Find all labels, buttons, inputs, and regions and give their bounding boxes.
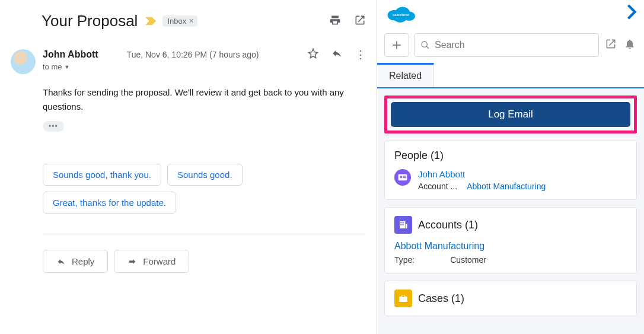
smart-reply-2[interactable]: Great, thanks for the update.	[43, 192, 176, 214]
salesforce-tabs: Related	[377, 63, 644, 88]
print-icon[interactable]	[329, 14, 341, 28]
show-trimmed-button[interactable]: •••	[43, 121, 64, 132]
notifications-icon[interactable]	[623, 38, 637, 52]
message-date: Tue, Nov 6, 10:26 PM (7 hours ago)	[127, 50, 259, 59]
account-type-label: Type:	[394, 255, 415, 265]
popout-icon[interactable]	[604, 38, 618, 52]
account-name-link[interactable]: Abbott Manufacturing	[394, 241, 627, 252]
people-row[interactable]: John Abbott Account ... Abbott Manufactu…	[394, 169, 627, 191]
svg-point-5	[422, 42, 427, 47]
message-text: Thanks for sending the proposal. We'll r…	[43, 85, 366, 114]
star-icon[interactable]	[308, 48, 318, 61]
people-account-link[interactable]: Abbott Manufacturing	[467, 182, 546, 191]
account-type-value: Customer	[450, 255, 486, 265]
forward-button[interactable]: Forward	[114, 250, 189, 273]
sender-name: John Abbott	[43, 49, 98, 60]
sender-line: John Abbott Tue, Nov 6, 10:26 PM (7 hour…	[43, 48, 366, 61]
message-actions: ⋮	[308, 48, 366, 61]
accounts-card-title: Accounts (1)	[418, 219, 478, 231]
tab-related[interactable]: Related	[377, 63, 434, 87]
svg-rect-13	[400, 224, 401, 225]
reply-button[interactable]: Reply	[43, 250, 108, 273]
accounts-card: Accounts (1) Abbott Manufacturing Type: …	[384, 207, 637, 273]
more-menu-icon[interactable]: ⋮	[355, 52, 366, 58]
svg-rect-18	[402, 295, 404, 297]
importance-marker-icon[interactable]	[145, 17, 157, 26]
people-subline: Account ... Abbott Manufacturing	[418, 182, 546, 191]
svg-point-7	[400, 176, 402, 178]
svg-rect-8	[403, 176, 406, 176]
log-email-highlight: Log Email	[384, 96, 637, 133]
email-subject: Your Proposal	[42, 12, 138, 30]
cases-card: Cases (1)	[384, 281, 637, 316]
account-icon	[394, 216, 412, 234]
recipient-text: to me	[43, 62, 62, 71]
open-in-new-icon[interactable]	[354, 14, 366, 28]
recipient-expand-icon[interactable]: ▼	[65, 64, 70, 70]
svg-rect-14	[403, 224, 404, 225]
reply-buttons-row: Reply Forward	[43, 250, 366, 273]
svg-text:salesforce: salesforce	[393, 12, 410, 17]
message-row: John Abbott Tue, Nov 6, 10:26 PM (7 hour…	[11, 48, 366, 273]
subject-row: Your Proposal Inbox ✕	[11, 12, 366, 30]
inbox-label-chip[interactable]: Inbox ✕	[162, 15, 197, 27]
salesforce-logo-icon: salesforce	[384, 4, 417, 24]
search-input[interactable]	[435, 40, 592, 50]
contact-icon	[394, 169, 411, 186]
people-info: John Abbott Account ... Abbott Manufactu…	[418, 169, 546, 191]
reply-arrow-icon	[56, 257, 66, 266]
people-name-link[interactable]: John Abbott	[418, 169, 546, 179]
search-icon	[420, 40, 430, 50]
sender-avatar[interactable]	[11, 49, 36, 74]
salesforce-header: salesforce	[377, 0, 644, 33]
log-email-button[interactable]: Log Email	[391, 102, 630, 127]
email-pane: Your Proposal Inbox ✕ John Abbott Tue, N…	[0, 0, 377, 334]
svg-rect-15	[406, 224, 407, 228]
inbox-chip-text: Inbox	[167, 17, 186, 26]
svg-rect-12	[403, 222, 404, 223]
plus-icon	[391, 40, 402, 50]
account-type-row: Type: Customer	[394, 255, 627, 265]
salesforce-panel: salesforce Related Log Email People (1)	[377, 0, 644, 334]
people-field-label: Account ...	[418, 182, 457, 191]
reply-button-label: Reply	[72, 256, 94, 266]
smart-reply-1[interactable]: Sounds good.	[167, 164, 243, 186]
collapse-panel-icon[interactable]	[626, 4, 637, 24]
smart-replies: Sounds good, thank you. Sounds good. Gre…	[43, 164, 366, 214]
cases-card-title: Cases (1)	[418, 292, 464, 305]
salesforce-toolbar	[377, 33, 644, 63]
salesforce-content: Log Email People (1) John Abbott Account…	[377, 88, 644, 334]
people-card: People (1) John Abbott Account ... Abbot…	[384, 141, 637, 200]
add-button[interactable]	[384, 33, 409, 57]
svg-rect-11	[400, 222, 401, 223]
message-body: John Abbott Tue, Nov 6, 10:26 PM (7 hour…	[43, 48, 366, 273]
accounts-header: Accounts (1)	[394, 216, 627, 234]
smart-reply-0[interactable]: Sounds good, thank you.	[43, 164, 161, 186]
svg-rect-16	[399, 297, 407, 302]
forward-arrow-icon	[127, 257, 137, 266]
divider	[43, 234, 366, 234]
inbox-chip-remove-icon[interactable]: ✕	[189, 17, 194, 25]
reply-icon[interactable]	[331, 48, 342, 61]
people-card-title: People (1)	[394, 149, 627, 162]
recipient-line[interactable]: to me ▼	[43, 62, 366, 71]
cases-header: Cases (1)	[394, 290, 627, 307]
forward-button-label: Forward	[143, 256, 176, 266]
search-box[interactable]	[414, 33, 599, 57]
cases-icon	[394, 290, 412, 307]
svg-rect-9	[403, 177, 406, 178]
subject-actions	[329, 14, 366, 28]
